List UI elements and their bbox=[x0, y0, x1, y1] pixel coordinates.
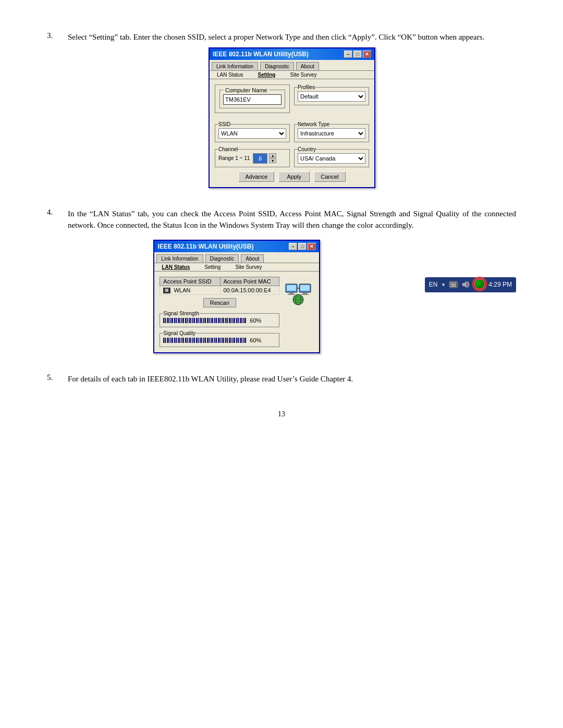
svg-rect-6 bbox=[303, 292, 307, 294]
cancel-button[interactable]: Cancel bbox=[314, 171, 345, 182]
spin-up-button[interactable]: ▲ bbox=[269, 153, 276, 158]
svg-rect-21 bbox=[455, 284, 456, 285]
tab-link-info[interactable]: Link Information bbox=[212, 62, 258, 70]
network-computers-icon bbox=[285, 279, 312, 306]
dialog1-titlebar: IEEE 802.11b WLAN Utility(USB) – □ ✕ bbox=[210, 48, 374, 60]
step3-item: 3. Select “Setting” tab. Enter the chose… bbox=[47, 31, 516, 192]
dialog1-body: Computer Name Profiles Default bbox=[210, 79, 374, 187]
dialog2-tabs-bottom: LAN Status Setting Site Survey bbox=[154, 263, 319, 272]
lan-table-section: Access Point SSID Access Point MAC ▦ bbox=[160, 277, 279, 348]
signal-quality-value: 60% bbox=[250, 337, 261, 343]
col-channel: Channel Range 1 ~ 11 ▲ ▼ bbox=[215, 146, 290, 167]
computer-name-input[interactable] bbox=[223, 94, 282, 105]
maximize-button[interactable]: □ bbox=[353, 51, 362, 58]
tab-lan-status-2-active[interactable]: LAN Status bbox=[156, 263, 195, 271]
dialog1-button-row: Advance Apply Cancel bbox=[215, 171, 369, 182]
dialog1-title: IEEE 802.11b WLAN Utility(USB) bbox=[213, 51, 309, 58]
step3-text: Select “Setting” tab. Enter the chosen S… bbox=[68, 31, 516, 192]
tab-lan-status-1[interactable]: LAN Status bbox=[212, 71, 249, 79]
step4-paragraph: In the “LAN Status” tab, you can check t… bbox=[68, 208, 516, 231]
dialog2: IEEE 802.11b WLAN Utility(USB) – □ ✕ Lin… bbox=[153, 240, 320, 354]
network-type-select[interactable]: Infrastructure bbox=[298, 128, 365, 139]
lan-status-content: Access Point SSID Access Point MAC ▦ bbox=[160, 277, 314, 348]
svg-rect-1 bbox=[287, 285, 296, 291]
tab-site-survey-1[interactable]: Site Survey bbox=[285, 71, 322, 79]
maximize-button-2[interactable]: □ bbox=[298, 243, 307, 250]
signal-strength-value: 60% bbox=[250, 317, 261, 324]
col-ssid: SSID WLAN bbox=[215, 121, 290, 142]
taskbar-lang: EN bbox=[429, 281, 438, 288]
profiles-legend: Profiles bbox=[298, 84, 315, 90]
svg-rect-18 bbox=[455, 282, 456, 283]
taskbar-time: 4:29 PM bbox=[488, 281, 512, 288]
signal-strength-bar bbox=[163, 318, 247, 323]
svg-rect-7 bbox=[301, 294, 309, 295]
channel-legend: Channel bbox=[218, 146, 238, 152]
channel-range-label: Range 1 ~ 11 bbox=[218, 155, 250, 161]
svg-marker-23 bbox=[462, 281, 467, 288]
tab-link-info-2[interactable]: Link Information bbox=[156, 254, 203, 263]
ssid-legend: SSID bbox=[218, 121, 230, 127]
spin-down-button[interactable]: ▼ bbox=[269, 158, 276, 163]
col-ap-mac: Access Point MAC bbox=[220, 277, 279, 286]
dialog2-row: IEEE 802.11b WLAN Utility(USB) – □ ✕ Lin… bbox=[68, 236, 516, 358]
titlebar-buttons: – □ ✕ bbox=[344, 51, 371, 58]
svg-rect-16 bbox=[452, 282, 453, 283]
close-button-2[interactable]: ✕ bbox=[308, 243, 316, 250]
tab-about[interactable]: About bbox=[296, 62, 319, 70]
step4-text: In the “LAN Status” tab, you can check t… bbox=[68, 208, 516, 358]
svg-rect-3 bbox=[288, 294, 295, 295]
col-profiles: Profiles Default bbox=[294, 84, 369, 117]
page-number: 13 bbox=[47, 410, 516, 418]
row-channel-country: Channel Range 1 ~ 11 ▲ ▼ bbox=[215, 146, 369, 167]
country-legend: Country bbox=[298, 146, 316, 152]
signal-quality-legend: Signal Quality bbox=[163, 330, 195, 336]
taskbar-notification-area: EN ▼ bbox=[425, 277, 516, 292]
svg-rect-5 bbox=[300, 285, 310, 291]
channel-spin-input[interactable] bbox=[253, 153, 267, 164]
dialog2-title: IEEE 802.11b WLAN Utility(USB) bbox=[157, 243, 253, 250]
step4-number: 4. bbox=[47, 208, 63, 358]
country-select[interactable]: USA/ Canada bbox=[298, 153, 365, 164]
step5-paragraph: For details of each tab in IEEE802.11b W… bbox=[68, 373, 516, 385]
col-computer-name: Computer Name bbox=[215, 84, 290, 117]
col-network-type: Network Type Infrastructure bbox=[294, 121, 369, 142]
svg-rect-22 bbox=[450, 286, 456, 287]
advance-button[interactable]: Advance bbox=[238, 171, 274, 182]
taskbar-arrow: ▼ bbox=[440, 282, 446, 288]
dialog2-body: Access Point SSID Access Point MAC ▦ bbox=[154, 272, 319, 353]
channel-spinner: ▲ ▼ bbox=[253, 153, 276, 164]
rescan-button[interactable]: Rescan bbox=[203, 298, 236, 307]
svg-rect-20 bbox=[452, 284, 455, 285]
step4-item: 4. In the “LAN Status” tab, you can chec… bbox=[47, 208, 516, 358]
ssid-select[interactable]: WLAN bbox=[218, 128, 286, 139]
tab-diagnostic[interactable]: Diagnostic bbox=[260, 62, 294, 70]
computer-name-legend: Computer Name bbox=[223, 87, 270, 93]
fieldset-computer-name: Computer Name bbox=[215, 84, 290, 113]
profiles-select[interactable]: Default bbox=[298, 91, 365, 102]
tab-about-2[interactable]: About bbox=[241, 254, 264, 263]
col-country: Country USA/ Canada bbox=[294, 146, 369, 167]
minimize-button[interactable]: – bbox=[344, 51, 352, 58]
step3-number: 3. bbox=[47, 31, 63, 192]
apply-button[interactable]: Apply bbox=[278, 171, 310, 182]
close-button[interactable]: ✕ bbox=[363, 51, 371, 58]
signal-strength-legend: Signal Strength bbox=[163, 311, 199, 316]
step5-text: For details of each tab in IEEE802.11b W… bbox=[68, 373, 516, 389]
tab-setting-2[interactable]: Setting bbox=[199, 263, 226, 271]
dialog2-titlebar: IEEE 802.11b WLAN Utility(USB) – □ ✕ bbox=[154, 241, 319, 252]
svg-rect-15 bbox=[450, 282, 451, 283]
tab-site-survey-2[interactable]: Site Survey bbox=[230, 263, 267, 271]
svg-rect-2 bbox=[289, 292, 293, 294]
ssid-icon: ▦ bbox=[163, 288, 170, 293]
dialog1-tabs-bottom: LAN Status Setting Site Survey bbox=[210, 71, 374, 79]
step5-number: 5. bbox=[47, 373, 63, 389]
minimize-button-2[interactable]: – bbox=[289, 243, 297, 250]
signal-quality-bar bbox=[163, 338, 247, 343]
step5-item: 5. For details of each tab in IEEE802.11… bbox=[47, 373, 516, 389]
tab-diagnostic-2[interactable]: Diagnostic bbox=[205, 254, 239, 263]
ap-row: ▦ WLAN 00:0A:15:00:00:E4 bbox=[160, 286, 279, 295]
dialog2-tabs-top: Link Information Diagnostic About bbox=[154, 252, 319, 263]
tab-setting-1-active[interactable]: Setting bbox=[253, 71, 281, 79]
taskbar-section: EN ▼ bbox=[414, 277, 516, 292]
